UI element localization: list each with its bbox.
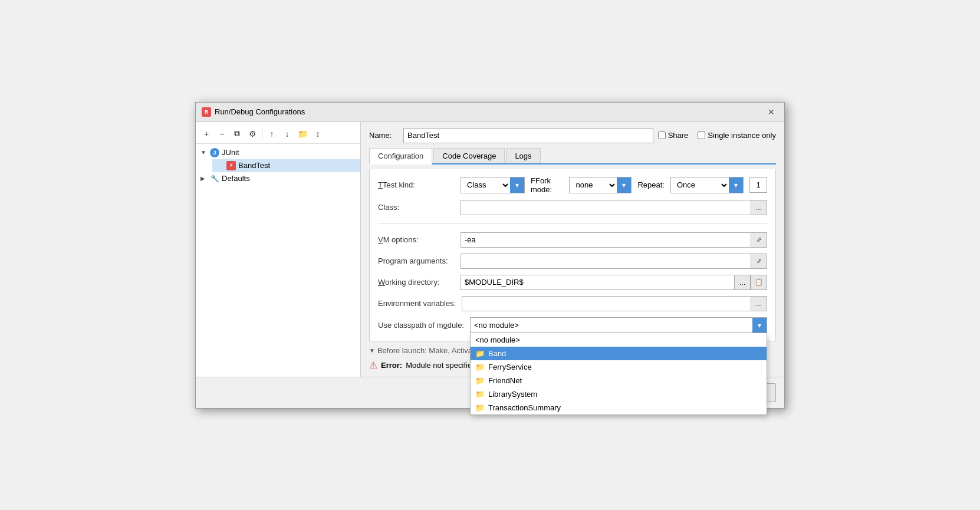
expand-icon: ▼ [200, 149, 208, 156]
transactionsummary-label: TransactionSummary [488, 403, 561, 412]
remove-config-button[interactable]: − [215, 127, 229, 141]
program-args-expand-btn[interactable]: ⬀ [751, 254, 767, 269]
dropdown-item-no-module[interactable]: <no module> [471, 333, 767, 347]
right-panel: Name: Share Single instance only Configu… [361, 122, 784, 377]
copy-config-button[interactable]: ⧉ [230, 127, 244, 141]
class-input-group: … [461, 200, 767, 215]
share-label: Share [668, 131, 689, 140]
classpath-select-wrapper: <no module> ▾ [470, 317, 767, 334]
dropdown-item-band[interactable]: 📁 Band [471, 347, 767, 360]
test-kind-select-wrapper: Class Method Package ▾ [461, 177, 525, 193]
env-vars-group: … [462, 296, 767, 311]
title-bar: R Run/Debug Configurations ✕ [196, 103, 784, 122]
classpath-dropdown-btn[interactable]: ▾ [752, 318, 767, 333]
class-input[interactable] [461, 200, 751, 215]
run-debug-dialog: R Run/Debug Configurations ✕ + − ⧉ ⚙ ↑ ↓… [195, 102, 785, 409]
dropdown-item-librarysystem[interactable]: 📁 LibrarySystem [471, 387, 767, 401]
working-dir-group: … 📋 [461, 275, 767, 290]
share-checkbox[interactable] [658, 131, 666, 139]
ferryservice-label: FerryService [488, 363, 532, 371]
dialog-title: Run/Debug Configurations [215, 107, 305, 116]
band-module-icon: 📁 [475, 349, 485, 358]
close-button[interactable]: ✕ [764, 106, 778, 118]
dropdown-item-ferryservice[interactable]: 📁 FerryService [471, 360, 767, 374]
tab-code-coverage[interactable]: Code Coverage [433, 148, 505, 163]
no-module-label: <no module> [475, 335, 520, 344]
test-kind-select[interactable]: Class Method Package [461, 177, 510, 193]
defaults-label: Defaults [222, 174, 250, 183]
env-vars-input[interactable] [462, 296, 751, 311]
single-instance-checkbox[interactable] [698, 131, 705, 139]
test-kind-label: TTest kind: [378, 180, 455, 189]
defaults-expand-icon: ▶ [200, 175, 208, 182]
friendnet-label: FriendNet [488, 376, 522, 385]
env-vars-browse-btn[interactable]: … [751, 296, 767, 311]
error-icon: ⚠ [369, 360, 377, 371]
bandtest-label: BandTest [238, 161, 270, 170]
single-instance-label: Single instance only [708, 131, 776, 140]
junit-group-label: JUnit [222, 148, 239, 157]
share-checkbox-label[interactable]: Share [658, 131, 689, 140]
test-kind-dropdown-btn[interactable]: ▾ [510, 177, 524, 193]
working-dir-browse-btn[interactable]: … [734, 275, 751, 290]
repeat-count-input[interactable] [749, 177, 767, 193]
vm-options-label: VM options: [378, 235, 455, 244]
junit-group-icon: J [210, 148, 219, 157]
before-launch-label: Before launch: Make, Activa... [377, 346, 479, 355]
working-dir-macro-btn[interactable]: 📋 [751, 275, 767, 290]
repeat-select-wrapper: Once N times Until failure ▾ [670, 177, 744, 193]
band-module-label: Band [488, 349, 506, 358]
classpath-label: Use classpath of module: [378, 321, 464, 330]
sort-button[interactable]: ↕ [311, 127, 325, 141]
folder-button[interactable]: 📁 [295, 127, 310, 141]
working-dir-input[interactable] [461, 275, 734, 290]
program-args-input[interactable] [461, 254, 751, 269]
tab-logs[interactable]: Logs [506, 148, 540, 163]
dialog-body: + − ⧉ ⚙ ↑ ↓ 📁 ↕ ▼ J JUnit [196, 122, 784, 377]
repeat-select[interactable]: Once N times Until failure [671, 177, 729, 193]
settings-config-button[interactable]: ⚙ [245, 127, 259, 141]
program-args-row: Program arguments: ⬀ [378, 254, 767, 269]
name-label: Name: [369, 131, 399, 140]
classpath-selected-value: <no module> [471, 319, 752, 331]
single-instance-checkbox-label[interactable]: Single instance only [698, 131, 776, 140]
tree-child-bandtest: ✗ BandTest [212, 159, 360, 172]
repeat-label: Repeat: [637, 180, 665, 189]
vm-options-group: ⬀ [461, 232, 767, 248]
fork-mode-dropdown-btn[interactable]: ▾ [617, 177, 631, 193]
fork-mode-label: FFork mode: [531, 176, 563, 194]
vm-options-expand-btn[interactable]: ⬀ [751, 232, 767, 248]
dialog-icon: R [202, 107, 211, 117]
name-row: Name: Share Single instance only [369, 128, 776, 143]
move-up-button[interactable]: ↑ [265, 127, 279, 141]
error-message: Module not specified [406, 361, 476, 370]
librarysystem-icon: 📁 [475, 390, 485, 399]
working-dir-row: Working directory: … 📋 [378, 275, 767, 290]
title-bar-left: R Run/Debug Configurations [202, 107, 305, 117]
vm-options-row: VM options: ⬀ [378, 232, 767, 248]
fork-repeat-group: FFork mode: none method class ▾ Repeat: [531, 176, 767, 194]
add-config-button[interactable]: + [199, 127, 213, 141]
move-down-button[interactable]: ↓ [280, 127, 294, 141]
class-label: Class: [378, 203, 455, 212]
left-panel: + − ⧉ ⚙ ↑ ↓ 📁 ↕ ▼ J JUnit [196, 122, 361, 377]
tree-item-junit[interactable]: ▼ J JUnit [196, 146, 360, 159]
config-content: TTest kind: Class Method Package ▾ FFork… [369, 169, 776, 341]
program-args-group: ⬀ [461, 254, 767, 269]
divider-1 [378, 223, 767, 224]
dropdown-item-transactionsummary[interactable]: 📁 TransactionSummary [471, 401, 767, 414]
tree-item-defaults[interactable]: ▶ 🔧 Defaults [196, 172, 360, 185]
fork-mode-select[interactable]: none method class [570, 177, 617, 193]
tabs-row: Configuration Code Coverage Logs [369, 148, 776, 164]
tree-item-bandtest[interactable]: ✗ BandTest [212, 159, 360, 172]
class-browse-btn[interactable]: … [751, 200, 767, 215]
librarysystem-label: LibrarySystem [488, 390, 537, 399]
repeat-dropdown-btn[interactable]: ▾ [729, 177, 743, 193]
tab-configuration[interactable]: Configuration [369, 148, 432, 164]
vm-options-input[interactable] [461, 232, 751, 248]
left-toolbar: + − ⧉ ⚙ ↑ ↓ 📁 ↕ [196, 124, 360, 144]
fork-mode-select-wrapper: none method class ▾ [569, 177, 632, 193]
classpath-dropdown-container: <no module> ▾ <no module> 📁 Band [470, 317, 767, 334]
name-input[interactable] [403, 128, 653, 143]
dropdown-item-friendnet[interactable]: 📁 FriendNet [471, 374, 767, 387]
